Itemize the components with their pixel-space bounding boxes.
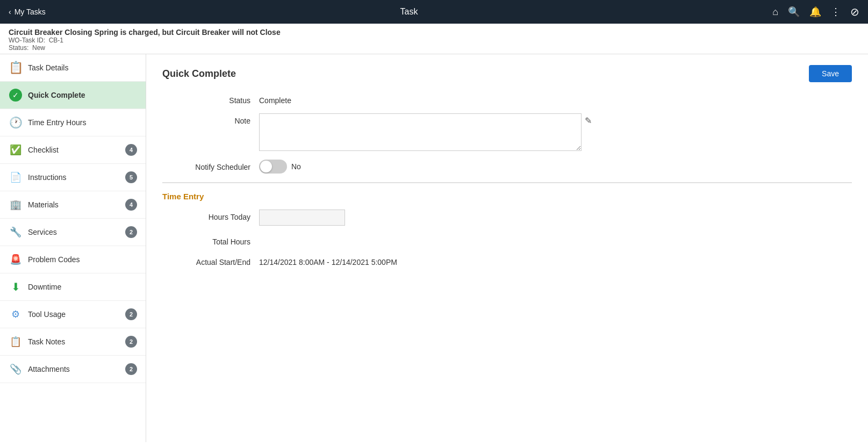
page-title: Task <box>46 7 772 17</box>
note-row: Note ✎ <box>162 113 852 151</box>
task-notes-badge: 2 <box>125 336 137 348</box>
sidebar-label-attachments: Attachments <box>28 365 125 373</box>
back-label: My Tasks <box>15 8 46 16</box>
main-layout: 📋 Task Details ✓ Quick Complete 🕐 Time E… <box>0 54 868 442</box>
checklist-badge: 4 <box>125 144 137 156</box>
downtime-icon: ⬇ <box>9 280 23 294</box>
nav-icons: ⌂ 🔍 🔔 ⋮ ⊘ <box>772 5 859 18</box>
sidebar-item-materials[interactable]: 🏢 Materials 4 <box>0 191 146 219</box>
notify-scheduler-label: Notify Scheduler <box>162 160 259 171</box>
sidebar-item-attachments[interactable]: 📎 Attachments 2 <box>0 356 146 383</box>
sidebar-item-time-entry-hours[interactable]: 🕐 Time Entry Hours <box>0 109 146 136</box>
notify-scheduler-toggle[interactable] <box>259 160 287 174</box>
services-icon: 🔧 <box>9 225 23 239</box>
sidebar-item-problem-codes[interactable]: 🚨 Problem Codes <box>0 246 146 273</box>
time-entry-section-title: Time Entry <box>162 192 852 201</box>
actual-start-end-row: Actual Start/End 12/14/2021 8:00AM - 12/… <box>162 255 852 266</box>
sidebar-item-services[interactable]: 🔧 Services 2 <box>0 219 146 246</box>
sidebar-label-problem-codes: Problem Codes <box>28 255 137 264</box>
back-chevron-icon: ‹ <box>9 8 11 16</box>
actual-end-value: 12/14/2021 5:00PM <box>332 258 397 266</box>
notify-scheduler-row: Notify Scheduler No <box>162 160 852 174</box>
sidebar-label-downtime: Downtime <box>28 283 137 291</box>
instructions-icon: 📄 <box>9 170 23 184</box>
note-label: Note <box>162 113 259 125</box>
note-edit-icon[interactable]: ✎ <box>585 113 592 126</box>
sidebar-label-services: Services <box>28 228 125 236</box>
actual-start-end-label: Actual Start/End <box>162 255 259 266</box>
sidebar-item-quick-complete[interactable]: ✓ Quick Complete <box>0 82 146 109</box>
content-area: Quick Complete Save Status Complete Note… <box>146 54 868 442</box>
sidebar-item-tool-usage[interactable]: ⚙ Tool Usage 2 <box>0 301 146 328</box>
hours-today-row: Hours Today <box>162 210 852 226</box>
tool-usage-badge: 2 <box>125 308 137 320</box>
top-nav: ‹ My Tasks Task ⌂ 🔍 🔔 ⋮ ⊘ <box>0 0 868 24</box>
actual-separator: - <box>327 258 332 266</box>
attachments-icon: 📎 <box>9 362 23 376</box>
toggle-value: No <box>291 162 301 171</box>
sidebar-label-checklist: Checklist <box>28 146 125 154</box>
page-header: Circuit Breaker Closing Spring is charge… <box>0 24 868 54</box>
notification-icon[interactable]: 🔔 <box>809 6 821 18</box>
sidebar-label-task-details: Task Details <box>28 63 137 72</box>
note-wrapper: ✎ <box>259 113 592 151</box>
toggle-wrapper: No <box>259 160 301 174</box>
section-divider <box>162 182 852 183</box>
work-order-title: Circuit Breaker Closing Spring is charge… <box>9 28 859 37</box>
actual-start-value: 12/14/2021 8:00AM <box>259 258 325 266</box>
sidebar-label-task-notes: Task Notes <box>28 337 125 346</box>
sidebar-item-task-notes[interactable]: 📋 Task Notes 2 <box>0 328 146 356</box>
services-badge: 2 <box>125 226 137 238</box>
back-button[interactable]: ‹ My Tasks <box>9 8 46 16</box>
content-header: Quick Complete Save <box>162 65 852 82</box>
note-textarea[interactable] <box>259 113 582 151</box>
quick-complete-icon: ✓ <box>9 88 23 102</box>
wo-task-id: WO-Task ID: CB-1 <box>9 37 859 44</box>
total-hours-row: Total Hours <box>162 234 852 246</box>
toggle-knob <box>260 161 272 172</box>
materials-badge: 4 <box>125 199 137 211</box>
attachments-badge: 2 <box>125 363 137 375</box>
sidebar-item-instructions[interactable]: 📄 Instructions 5 <box>0 164 146 191</box>
status-line: Status: New <box>9 44 859 52</box>
sidebar-label-time-entry: Time Entry Hours <box>28 118 137 127</box>
sidebar-item-downtime[interactable]: ⬇ Downtime <box>0 273 146 301</box>
problem-codes-icon: 🚨 <box>9 253 23 266</box>
sidebar: 📋 Task Details ✓ Quick Complete 🕐 Time E… <box>0 54 146 442</box>
hours-today-input[interactable] <box>259 210 345 226</box>
checklist-icon: ✅ <box>9 143 23 157</box>
hours-today-label: Hours Today <box>162 210 259 221</box>
quick-complete-title: Quick Complete <box>162 68 236 80</box>
sidebar-item-checklist[interactable]: ✅ Checklist 4 <box>0 136 146 164</box>
save-button[interactable]: Save <box>809 65 852 82</box>
task-details-icon: 📋 <box>9 61 23 75</box>
search-icon[interactable]: 🔍 <box>788 6 800 18</box>
tool-usage-icon: ⚙ <box>9 307 23 321</box>
sidebar-item-task-details[interactable]: 📋 Task Details <box>0 54 146 82</box>
actual-start-end-value: 12/14/2021 8:00AM - 12/14/2021 5:00PM <box>259 255 397 266</box>
sidebar-label-materials: Materials <box>28 200 125 209</box>
sidebar-label-tool-usage: Tool Usage <box>28 310 125 319</box>
status-value: Complete <box>259 93 291 105</box>
sidebar-label-quick-complete: Quick Complete <box>28 91 137 99</box>
task-notes-icon: 📋 <box>9 335 23 349</box>
instructions-badge: 5 <box>125 171 137 183</box>
more-icon[interactable]: ⋮ <box>831 6 841 18</box>
sidebar-label-instructions: Instructions <box>28 173 125 182</box>
status-label: Status <box>162 93 259 105</box>
status-row: Status Complete <box>162 93 852 105</box>
total-hours-label: Total Hours <box>162 234 259 246</box>
home-icon[interactable]: ⌂ <box>772 6 778 18</box>
materials-icon: 🏢 <box>9 198 23 212</box>
block-icon[interactable]: ⊘ <box>850 5 859 18</box>
time-entry-icon: 🕐 <box>9 116 23 129</box>
